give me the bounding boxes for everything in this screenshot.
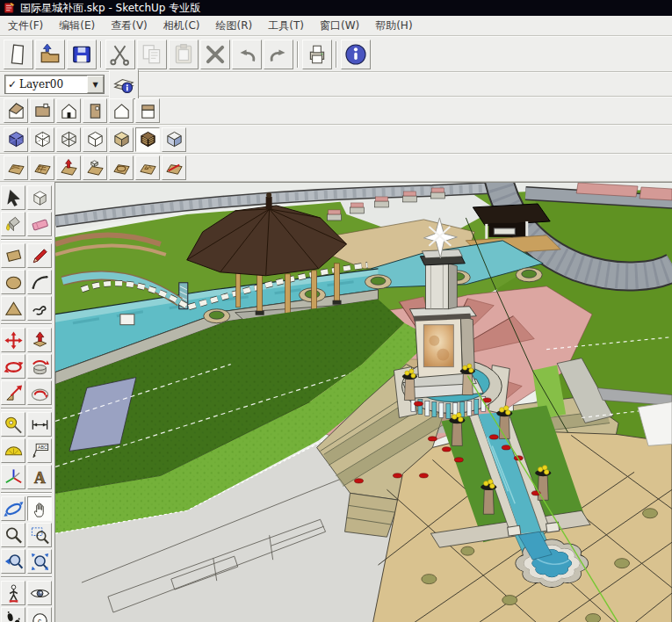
paste-button[interactable] — [169, 40, 199, 69]
rotate-button[interactable] — [1, 354, 25, 379]
rectangle-button[interactable] — [1, 243, 25, 268]
svg-text:ABC: ABC — [37, 445, 47, 450]
menu-file[interactable]: 文件(F) — [0, 16, 51, 35]
cut-button[interactable] — [105, 40, 135, 69]
arc-button[interactable] — [27, 270, 52, 294]
right-view-icon — [85, 101, 105, 121]
3d-text-button[interactable]: A — [27, 465, 52, 489]
model-info-button[interactable] — [341, 40, 371, 69]
copy-button[interactable] — [137, 40, 167, 69]
save-button[interactable] — [67, 40, 97, 69]
paint-bucket-button[interactable] — [1, 212, 25, 236]
left-view-button[interactable] — [135, 98, 160, 123]
print-button[interactable] — [302, 40, 332, 69]
face-style-toolbar — [0, 125, 672, 154]
freehand-button[interactable] — [27, 296, 52, 321]
tape-measure-button[interactable] — [1, 412, 25, 437]
eraser-button[interactable] — [27, 212, 52, 236]
from-scratch-button[interactable] — [30, 156, 54, 180]
front-view-button[interactable] — [56, 98, 81, 123]
smoove-button[interactable] — [56, 156, 81, 180]
make-component-button[interactable] — [27, 185, 52, 210]
toolbar-separator — [1, 239, 52, 241]
back-view-button[interactable] — [109, 98, 134, 123]
menu-window[interactable]: 窗口(W) — [312, 16, 367, 35]
select-button[interactable] — [1, 185, 25, 210]
zoom-previous-tool-icon — [4, 552, 24, 572]
terrain-grid-icon — [33, 158, 53, 178]
drape-button[interactable] — [109, 156, 134, 180]
menu-tools[interactable]: 工具(T) — [260, 16, 312, 35]
section-plane-button[interactable]: c — [27, 607, 52, 622]
menu-bar: 文件(F)编辑(E)查看(V)相机(C)绘图(R)工具(T)窗口(W)帮助(H) — [0, 16, 672, 36]
open-button[interactable] — [35, 40, 65, 69]
model-viewport[interactable] — [55, 182, 672, 622]
redo-button[interactable] — [264, 40, 293, 69]
zoom-extents-tool-icon — [30, 552, 50, 572]
zoom-window-button[interactable] — [27, 523, 52, 547]
smoove-icon — [59, 158, 79, 178]
tool-palette: ABCAc — [0, 182, 55, 622]
add-detail-button[interactable] — [135, 156, 160, 180]
hidden-line-button[interactable] — [83, 127, 107, 152]
freehand-tool-icon — [30, 299, 50, 319]
right-view-button[interactable] — [83, 98, 107, 123]
pan-button[interactable] — [27, 496, 52, 521]
stamp-button[interactable] — [83, 156, 107, 180]
back-edges-cube-icon — [33, 129, 53, 149]
axes-button[interactable] — [1, 465, 25, 489]
xray-button[interactable] — [4, 127, 28, 152]
offset-button[interactable] — [27, 380, 52, 405]
redo-arrow-icon — [267, 43, 290, 66]
svg-text:A: A — [33, 469, 45, 487]
layer-manager-button[interactable] — [109, 69, 139, 99]
new-button[interactable] — [4, 40, 33, 69]
polygon-button[interactable] — [1, 296, 25, 321]
arc-tool-icon — [30, 272, 50, 293]
layer-dropdown-button[interactable]: ▼ — [87, 76, 104, 93]
offset-tool-icon — [30, 383, 50, 403]
zoom-previous-button[interactable] — [1, 549, 25, 574]
layer-combobox[interactable]: ✓ Layer00 ▼ — [4, 75, 105, 94]
make-component-icon — [30, 188, 50, 208]
flip-edge-button[interactable] — [162, 156, 186, 180]
shaded-textures-button[interactable] — [135, 127, 160, 152]
top-view-button[interactable] — [30, 98, 54, 123]
text-button[interactable]: ABC — [27, 438, 52, 463]
undo-button[interactable] — [232, 40, 262, 69]
circle-button[interactable] — [1, 270, 25, 294]
orbit-button[interactable] — [1, 496, 25, 521]
shaded-button[interactable] — [109, 127, 134, 152]
wireframe-button[interactable] — [56, 127, 81, 152]
menu-camera[interactable]: 相机(C) — [155, 16, 208, 35]
scale-button[interactable] — [1, 380, 25, 405]
menu-draw[interactable]: 绘图(R) — [208, 16, 261, 35]
position-camera-button[interactable] — [1, 581, 25, 605]
protractor-button[interactable] — [1, 438, 25, 463]
back-edges-button[interactable] — [30, 127, 54, 152]
from-contours-button[interactable] — [4, 156, 28, 180]
undo-arrow-icon — [235, 43, 258, 66]
xray-cube-icon — [6, 129, 26, 149]
iso-view-button[interactable] — [4, 98, 28, 123]
erase-button[interactable] — [200, 40, 230, 69]
menu-view[interactable]: 查看(V) — [103, 16, 155, 35]
rotate-tool-icon — [4, 357, 24, 377]
push-pull-button[interactable] — [27, 328, 52, 352]
textured-cube-icon — [138, 129, 158, 149]
toolbar-separator — [297, 41, 299, 68]
look-around-button[interactable] — [27, 581, 52, 605]
dimension-button[interactable] — [27, 412, 52, 437]
zoom-extents-button[interactable] — [27, 549, 52, 574]
zoom-button[interactable] — [1, 523, 25, 547]
monochrome-button[interactable] — [162, 127, 186, 152]
menu-edit[interactable]: 编辑(E) — [51, 16, 103, 35]
walk-button[interactable] — [1, 607, 25, 622]
line-button[interactable] — [27, 243, 52, 268]
menu-help[interactable]: 帮助(H) — [367, 16, 420, 35]
follow-me-button[interactable] — [27, 354, 52, 379]
window-title: 国际星城补面.skp - SketchUp 专业版 — [20, 1, 200, 16]
move-button[interactable] — [1, 328, 25, 352]
select-tool-icon — [4, 188, 24, 208]
printer-icon — [306, 43, 329, 66]
